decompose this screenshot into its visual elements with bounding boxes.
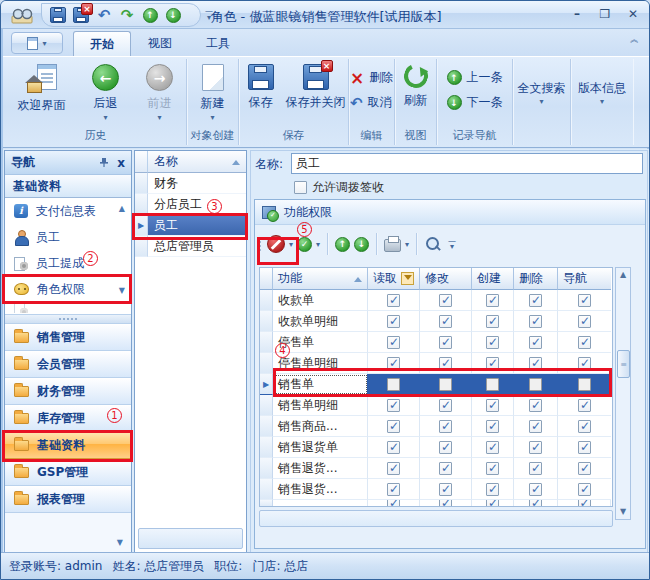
- sidebar-section-2[interactable]: 财务管理: [5, 378, 131, 405]
- permission-row-1[interactable]: 收款单明细: [260, 311, 612, 332]
- checkbox-checked-icon[interactable]: [387, 315, 400, 328]
- permission-cell[interactable]: [368, 458, 420, 479]
- scroll-down-icon[interactable]: ▼: [119, 286, 125, 295]
- permission-cell[interactable]: [472, 374, 514, 395]
- permission-row-0[interactable]: 收款单: [260, 290, 612, 311]
- checkbox-checked-icon[interactable]: [578, 294, 591, 307]
- delete-button[interactable]: × 删除: [350, 69, 393, 86]
- permission-cell[interactable]: [514, 311, 558, 332]
- sidebar-item-staff-commission[interactable]: 员工提成: [5, 250, 131, 276]
- permission-row-8[interactable]: 销售退货...: [260, 458, 612, 479]
- save-button[interactable]: 保存: [240, 61, 282, 111]
- permission-cell[interactable]: [558, 479, 611, 500]
- checkbox-checked-icon[interactable]: [529, 315, 542, 328]
- role-row-2[interactable]: ▶员工: [135, 215, 246, 236]
- forward-button[interactable]: → 前进 ▾: [134, 61, 186, 122]
- permission-cell[interactable]: [514, 290, 558, 311]
- permission-cell[interactable]: [514, 332, 558, 353]
- checkbox-checked-icon[interactable]: [439, 441, 452, 454]
- permission-row-5[interactable]: 销售单明细: [260, 395, 612, 416]
- checkbox-checked-icon[interactable]: [486, 483, 499, 496]
- permission-cell[interactable]: [558, 332, 611, 353]
- application-menu-button[interactable]: ▾: [11, 32, 63, 54]
- chevron-down-icon[interactable]: ▾: [405, 240, 409, 249]
- sidebar-section-5[interactable]: GSP管理: [5, 459, 131, 486]
- close-pane-icon[interactable]: x: [117, 156, 125, 170]
- column-header-modify[interactable]: 修改: [420, 268, 472, 290]
- checkbox-unchecked-icon[interactable]: [439, 378, 452, 391]
- move-down-button[interactable]: ↓: [354, 237, 369, 252]
- permission-cell[interactable]: [472, 290, 514, 311]
- permission-cell[interactable]: [472, 437, 514, 458]
- checkbox-checked-icon[interactable]: [387, 420, 400, 433]
- checkbox-checked-icon[interactable]: [578, 483, 591, 496]
- roles-column-header[interactable]: 名称: [148, 151, 246, 173]
- checkbox-checked-icon[interactable]: [486, 462, 499, 475]
- permission-cell[interactable]: [514, 458, 558, 479]
- refresh-button[interactable]: 刷新: [404, 61, 428, 109]
- checkbox-checked-icon[interactable]: [578, 357, 591, 370]
- print-export-button[interactable]: [384, 236, 401, 252]
- checkbox-checked-icon[interactable]: [529, 357, 542, 370]
- sidebar-section-6[interactable]: 报表管理: [5, 486, 131, 513]
- configure-buttons-icon[interactable]: ▼: [117, 538, 123, 547]
- permission-row-7[interactable]: 销售退货单: [260, 437, 612, 458]
- checkbox-checked-icon[interactable]: [439, 420, 452, 433]
- checkbox-checked-icon[interactable]: [486, 336, 499, 349]
- permission-row-3[interactable]: 停售单明细: [260, 353, 612, 374]
- permission-cell[interactable]: [420, 479, 472, 500]
- sidebar-item-payment-info[interactable]: i 支付信息表: [5, 198, 131, 224]
- permission-cell[interactable]: [368, 479, 420, 500]
- permission-cell[interactable]: [472, 458, 514, 479]
- checkbox-checked-icon[interactable]: [486, 315, 499, 328]
- toolbar-grip[interactable]: [259, 237, 261, 251]
- permission-row-6[interactable]: 销售商品...: [260, 416, 612, 437]
- tab-tools[interactable]: 工具: [189, 31, 247, 56]
- permission-cell[interactable]: [472, 395, 514, 416]
- permission-cell[interactable]: [368, 353, 420, 374]
- checkbox-checked-icon[interactable]: [439, 357, 452, 370]
- checkbox-checked-icon[interactable]: [486, 294, 499, 307]
- checkbox-checked-icon[interactable]: [578, 441, 591, 454]
- checkbox-checked-icon[interactable]: [529, 483, 542, 496]
- sidebar-section-4[interactable]: 基础资料: [5, 432, 131, 459]
- scrollbar-thumb[interactable]: ≡: [617, 350, 630, 378]
- permission-cell[interactable]: [558, 395, 611, 416]
- permission-cell[interactable]: [472, 353, 514, 374]
- permission-cell[interactable]: [472, 311, 514, 332]
- permission-row-4[interactable]: ▶销售单: [260, 374, 612, 395]
- checkbox-unchecked-icon[interactable]: [578, 378, 591, 391]
- grant-permission-button[interactable]: ✓: [297, 237, 312, 252]
- column-header-create[interactable]: 创建: [472, 268, 514, 290]
- permission-row-9[interactable]: 销售退货...: [260, 479, 612, 500]
- permission-cell[interactable]: [420, 353, 472, 374]
- checkbox-checked-icon[interactable]: [529, 462, 542, 475]
- pin-icon[interactable]: [99, 157, 109, 168]
- save-and-close-button[interactable]: × 保存并关闭: [284, 61, 348, 111]
- checkbox-checked-icon[interactable]: [529, 294, 542, 307]
- checkbox-checked-icon[interactable]: [486, 357, 499, 370]
- checkbox-checked-icon[interactable]: [387, 441, 400, 454]
- permission-cell[interactable]: [558, 437, 611, 458]
- scroll-up-icon[interactable]: ▲: [616, 268, 630, 282]
- checkbox-checked-icon[interactable]: [439, 462, 452, 475]
- checkbox-checked-icon[interactable]: [529, 336, 542, 349]
- checkbox-checked-icon[interactable]: [387, 462, 400, 475]
- tab-view[interactable]: 视图: [131, 31, 189, 56]
- column-header-function[interactable]: 功能: [273, 268, 368, 290]
- column-header-delete[interactable]: 删除: [514, 268, 558, 290]
- collapse-ribbon-icon[interactable]: ︽: [630, 37, 639, 42]
- role-row-1[interactable]: 分店员工: [135, 194, 246, 215]
- checkbox-checked-icon[interactable]: [387, 294, 400, 307]
- vertical-scrollbar[interactable]: ▲ ≡ ▼: [615, 267, 631, 520]
- permission-cell[interactable]: [514, 395, 558, 416]
- back-button[interactable]: ← 后退 ▾: [80, 61, 132, 122]
- tab-home[interactable]: 开始: [73, 31, 131, 56]
- chevron-down-icon[interactable]: ▾: [289, 240, 293, 249]
- column-header-read[interactable]: 读取: [368, 268, 420, 290]
- deny-permission-button[interactable]: [267, 235, 285, 253]
- role-name-input[interactable]: [291, 153, 643, 174]
- permission-cell[interactable]: [514, 416, 558, 437]
- checkbox-checked-icon[interactable]: [529, 399, 542, 412]
- fulltext-search-button[interactable]: 全文搜索 ▾: [518, 61, 566, 125]
